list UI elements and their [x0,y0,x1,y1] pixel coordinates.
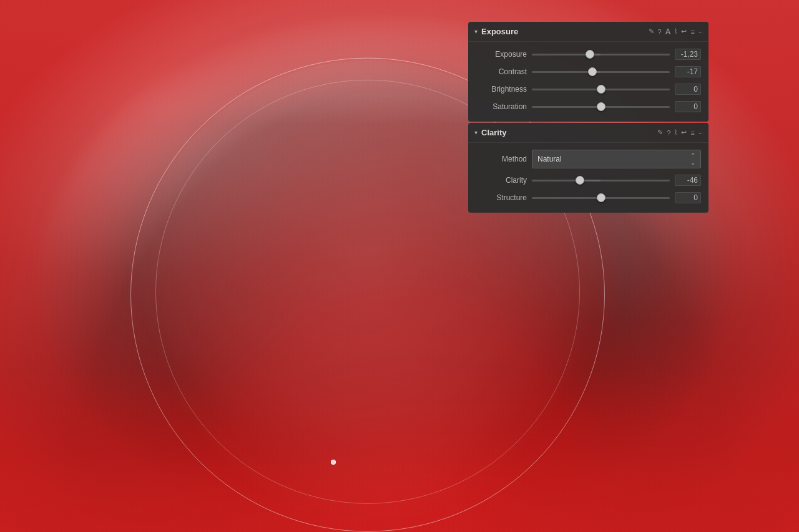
clarity-slider-label: Clarity [476,176,527,185]
exposure-slider-label: Exposure [476,50,527,59]
clarity-question-icon[interactable] [667,129,670,137]
clarity-eyedropper-icon[interactable] [674,128,677,137]
clarity-slider-track[interactable] [532,180,670,181]
exposure-panel: ▾ Exposure A Exposure [468,22,708,122]
exposure-panel-header: ▾ Exposure A [468,22,708,42]
method-row: Method Natural ⌃⌄ [468,147,708,172]
structure-slider-thumb[interactable] [597,193,605,202]
brightness-slider-label: Brightness [476,85,527,94]
exposure-panel-content: Exposure -1,23 Contrast -17 [468,42,708,122]
exposure-slider-row: Exposure -1,23 [468,46,708,63]
brightness-slider-track[interactable] [532,89,670,90]
brightness-slider-row: Brightness 0 [468,80,708,98]
exposure-eyedropper-icon[interactable] [674,27,677,36]
panels-container: ▾ Exposure A Exposure [468,22,708,213]
method-select[interactable]: Natural ⌃⌄ [532,150,701,168]
clarity-panel-header: ▾ Clarity [468,123,708,143]
photo-container: ▾ Exposure A Exposure [0,0,799,532]
clarity-slider-row: Clarity -46 [468,172,708,189]
exposure-question-icon[interactable] [658,28,662,36]
contrast-slider-track[interactable] [532,71,670,73]
brightness-slider-value[interactable]: 0 [675,84,701,95]
clarity-panel: ▾ Clarity Method Natural ⌃⌄ [468,123,708,213]
contrast-slider-thumb[interactable] [588,67,597,76]
contrast-slider-label: Contrast [476,67,527,76]
clarity-pencil-icon[interactable] [657,128,663,137]
radial-filter-center-dot[interactable] [331,460,336,465]
exposure-font-icon[interactable]: A [665,27,671,36]
saturation-slider-label: Saturation [476,102,527,111]
exposure-list-icon[interactable] [690,28,694,36]
clarity-slider-thumb[interactable] [576,176,584,185]
exposure-slider-value[interactable]: -1,23 [675,49,701,60]
contrast-slider-row: Contrast -17 [468,63,708,80]
exposure-panel-title: Exposure [481,27,645,36]
saturation-slider-track[interactable] [532,106,670,108]
exposure-more-icon[interactable] [699,28,702,36]
clarity-collapse-icon[interactable]: ▾ [474,129,478,136]
clarity-panel-content: Method Natural ⌃⌄ Clarity -46 [468,143,708,213]
structure-slider-value[interactable]: 0 [675,192,701,203]
clarity-undo-icon[interactable] [681,128,687,137]
structure-slider-label: Structure [476,193,527,202]
saturation-slider-thumb[interactable] [597,102,605,111]
method-select-chevron: ⌃⌄ [690,152,695,166]
exposure-panel-icons: A [658,27,702,36]
exposure-undo-icon[interactable] [681,27,687,36]
saturation-slider-value[interactable]: 0 [675,101,701,112]
clarity-slider-value[interactable]: -46 [675,175,701,186]
brightness-slider-thumb[interactable] [597,85,605,94]
structure-slider-row: Structure 0 [468,189,708,206]
exposure-slider-track[interactable] [532,54,670,56]
clarity-panel-title: Clarity [481,128,654,137]
clarity-list-icon[interactable] [690,129,694,137]
saturation-slider-row: Saturation 0 [468,98,708,115]
clarity-panel-icons [667,128,702,137]
method-label: Method [476,155,527,163]
clarity-more-icon[interactable] [699,129,702,137]
method-select-value: Natural [537,155,562,163]
exposure-slider-thumb[interactable] [586,50,594,59]
contrast-slider-value[interactable]: -17 [675,66,701,77]
exposure-collapse-icon[interactable]: ▾ [474,28,478,35]
exposure-pencil-icon[interactable] [649,27,654,36]
structure-slider-track[interactable] [532,197,670,199]
